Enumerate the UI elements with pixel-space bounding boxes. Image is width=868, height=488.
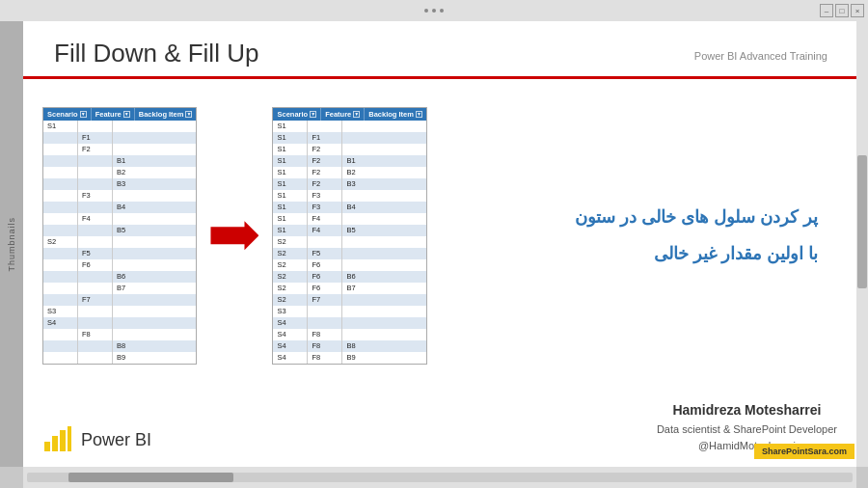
filter-icon-2[interactable]: ▼ [123,111,130,118]
top-bar-dots [424,9,444,13]
before-th-backlog: Backlog Item ▼ [135,108,197,121]
table-row: S1 [273,121,425,132]
tables-area: Scenario ▼ Feature ▼ Backlog Item ▼ S1F1… [42,89,427,382]
table-cell [78,271,113,283]
table-cell: F1 [78,132,113,144]
table-cell: B9 [342,352,377,364]
filter-icon-3[interactable]: ▼ [185,111,192,118]
thumbnail-label: Thumbnails [7,217,16,272]
table-cell [78,236,113,248]
window-chrome: – □ × Thumbnails Fill Down & Fill Up Pow… [0,0,868,488]
powerbi-icon [42,424,73,455]
thumbnail-panel: Thumbnails [0,21,23,467]
table-cell: F2 [308,144,342,155]
table-cell: S4 [43,317,78,329]
table-row: S4F8 [273,329,425,340]
table-cell [43,329,78,340]
table-row: S3 [273,306,425,317]
table-cell [43,340,78,352]
right-scrollbar[interactable] [856,21,868,467]
table-cell: F2 [308,155,342,167]
table-cell [113,329,148,340]
table-cell: S2 [273,271,308,283]
table-cell: S1 [273,167,308,178]
table-row: S2F6B7 [273,283,425,294]
table-cell [342,306,377,317]
maximize-button[interactable]: □ [835,4,849,17]
table-row: S1F2B1 [273,155,425,167]
table-row: S4F8B8 [273,340,425,352]
table-cell: S1 [273,213,308,225]
filter-icon-5[interactable]: ▼ [353,111,360,118]
bottom-scrollbar-thumb[interactable] [68,473,233,482]
table-cell: S2 [273,248,308,259]
table-cell: S4 [273,329,308,340]
table-cell: S4 [273,352,308,364]
table-row: F4 [43,213,196,225]
minimize-button[interactable]: – [820,4,833,17]
arrow-right-icon [210,221,258,250]
slide-footer: Power BI Hamidreza Motesharrei Data scie… [23,392,856,467]
table-cell: S4 [273,340,308,352]
table-cell [43,294,78,306]
before-table-body: S1F1F2B1B2B3F3B4F4B5S2F5F6B6B7F7S3S4F8B8… [43,121,196,364]
table-cell: B6 [342,271,377,283]
table-cell: B5 [342,225,377,236]
table-cell [113,213,148,225]
table-cell [113,121,148,132]
before-th-feature: Feature ▼ [92,108,135,121]
table-cell [43,213,78,225]
table-cell: S3 [273,306,308,317]
table-cell [78,121,113,132]
table-cell: S2 [273,259,308,271]
slide-area: Fill Down & Fill Up Power BI Advanced Tr… [23,21,856,467]
table-cell [113,259,148,271]
close-button[interactable]: × [851,4,864,17]
table-cell [78,202,113,213]
table-cell: S2 [273,236,308,248]
table-cell: F4 [308,225,342,236]
slide-subtitle: Power BI Advanced Training [694,50,827,62]
filter-icon-6[interactable]: ▼ [416,111,422,118]
window-buttons[interactable]: – □ × [820,4,864,17]
table-row: S4F8B9 [273,352,425,364]
table-cell: S1 [273,225,308,236]
table-cell: B1 [113,155,148,167]
table-row: S1 [43,121,196,132]
table-cell [43,352,78,364]
table-cell: S1 [273,132,308,144]
table-cell: S1 [273,178,308,190]
table-cell [43,190,78,202]
after-table-header: Scenario ▼ Feature ▼ Backlog Item ▼ [273,108,425,121]
arrow-container [210,221,258,250]
table-cell [43,248,78,259]
table-cell: B2 [342,167,377,178]
table-row: F2 [43,144,196,155]
slide-content: Scenario ▼ Feature ▼ Backlog Item ▼ S1F1… [23,79,856,392]
table-cell [78,283,113,294]
table-cell [78,340,113,352]
table-cell: B8 [113,340,148,352]
table-row: B3 [43,178,196,190]
table-cell [113,248,148,259]
filter-icon-1[interactable]: ▼ [80,111,87,118]
table-cell: B9 [113,352,148,364]
bottom-bar[interactable] [23,467,856,488]
bottom-scrollbar[interactable] [27,473,853,482]
table-cell: S3 [43,306,78,317]
table-row: B1 [43,155,196,167]
powerbi-text: Power BI [81,430,151,450]
table-cell [308,306,342,317]
slide-title: Fill Down & Fill Up [54,39,258,68]
table-cell [342,190,377,202]
filter-icon-4[interactable]: ▼ [310,111,316,118]
dot3 [440,9,444,13]
table-row: F5 [43,248,196,259]
right-scrollbar-thumb[interactable] [857,155,867,289]
after-th-feature: Feature ▼ [321,108,365,121]
table-row: S2F7 [273,294,425,306]
table-cell [78,155,113,167]
table-row: S1F3B4 [273,202,425,213]
table-cell [43,202,78,213]
top-bar: – □ × [0,0,868,21]
